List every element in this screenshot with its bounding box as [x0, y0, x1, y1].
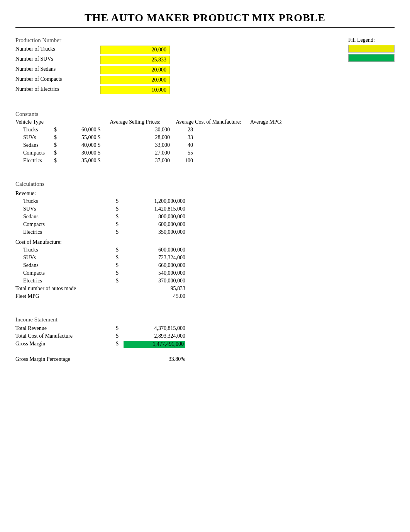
cost-label: Electrics: [15, 278, 116, 284]
production-grid: Number of Trucks20,000Number of SUVs25,8…: [15, 45, 170, 95]
cost-value: 660,000,000: [124, 262, 185, 269]
income-section: Income Statement Total Revenue $ 4,370,8…: [15, 316, 395, 363]
income-dollar: $: [116, 325, 124, 331]
cost-value: 540,000,000: [124, 270, 185, 276]
fleet-mpg-dollar: [116, 293, 124, 299]
cost-value: 723,324,000: [124, 255, 185, 261]
cost-dollar: $: [116, 278, 124, 284]
fleet-mpg-label: Fleet MPG: [15, 293, 116, 299]
legend-container: Fill Legend:: [348, 37, 395, 104]
revenue-rows: Trucks $ 1,200,000,000 SUVs $ 1,420,815,…: [15, 197, 395, 236]
rev-value: 800,000,000: [124, 214, 185, 220]
revenue-row: Electrics $ 350,000,000: [15, 228, 395, 236]
const-mpg: 55: [170, 150, 193, 156]
cost-dollar: $: [116, 255, 124, 261]
rev-label: SUVs: [15, 206, 116, 212]
rev-value: 600,000,000: [124, 221, 185, 228]
constants-row: Compacts $ 30,000 $ 27,000 55: [15, 149, 395, 157]
production-section-title: Production Number: [15, 37, 170, 44]
cost-label: Compacts: [15, 270, 116, 276]
const-price: 40,000 $: [62, 142, 100, 148]
cost-label: Trucks: [15, 247, 116, 253]
const-type: SUVs: [15, 134, 54, 141]
cost-header: Cost of Manufacture:: [15, 239, 395, 245]
cost-row: Trucks $ 600,000,000: [15, 246, 395, 254]
constants-row: Sedans $ 40,000 $ 33,000 40: [15, 141, 395, 149]
fleet-mpg-row: Fleet MPG 45.00: [15, 292, 395, 300]
rev-label: Trucks: [15, 198, 116, 204]
revenue-row: Compacts $ 600,000,000: [15, 221, 395, 228]
prod-label: Number of Electrics: [15, 85, 100, 95]
total-autos-label: Total number of autos made: [15, 286, 116, 292]
const-cost: 37,000: [131, 158, 170, 164]
legend-yellow-box: [348, 45, 395, 53]
income-label: Gross Margin: [15, 341, 116, 348]
prod-value[interactable]: 10,000: [100, 86, 170, 94]
const-cost: 33,000: [131, 142, 170, 148]
prod-value[interactable]: 25,833: [100, 56, 170, 64]
income-row: Gross Margin $ 1,477,491,000: [15, 340, 395, 348]
income-dollar: $: [116, 333, 124, 339]
const-type: Compacts: [15, 150, 54, 156]
prod-value[interactable]: 20,000: [100, 46, 170, 54]
cost-label: SUVs: [15, 255, 116, 261]
revenue-row: Sedans $ 800,000,000: [15, 213, 395, 221]
const-cost: 30,000: [131, 127, 170, 133]
const-price: 30,000 $: [62, 150, 100, 156]
col-vehicle-type: Vehicle Type: [15, 119, 100, 125]
total-autos-value: 95,833: [124, 286, 185, 292]
const-dollar: $: [54, 134, 62, 141]
cost-row: Electrics $ 370,000,000: [15, 277, 395, 285]
cost-label: Sedans: [15, 262, 116, 269]
cost-row: Sedans $ 660,000,000: [15, 262, 395, 269]
cost-row: Compacts $ 540,000,000: [15, 269, 395, 277]
page-title: THE AUTO MAKER PRODUCT MIX PROBLE: [15, 12, 395, 28]
income-row: Total Cost of Manufacture $ 2,893,324,00…: [15, 332, 395, 340]
constants-section: Constants Vehicle Type Average Selling P…: [15, 111, 395, 165]
income-label: Total Revenue: [15, 325, 116, 331]
fleet-mpg-value: 45.00: [124, 293, 185, 299]
col-avg-cost: Average Cost of Manufacture:: [170, 119, 247, 125]
calculations-section: Calculations Revenue: Trucks $ 1,200,000…: [15, 181, 395, 300]
cost-dollar: $: [116, 270, 124, 276]
revenue-row: Trucks $ 1,200,000,000: [15, 197, 395, 205]
const-price: 35,000 $: [62, 158, 100, 164]
gross-margin-pct-value: 33.80%: [124, 356, 185, 362]
prod-value[interactable]: 20,000: [100, 76, 170, 84]
rev-label: Electrics: [15, 229, 116, 235]
constants-row: SUVs $ 55,000 $ 28,000 33: [15, 134, 395, 141]
const-type: Trucks: [15, 127, 54, 133]
const-type: Electrics: [15, 158, 54, 164]
calculations-section-title: Calculations: [15, 181, 395, 187]
cost-dollar: $: [116, 262, 124, 269]
prod-label: Number of Sedans: [15, 65, 100, 75]
gross-margin-pct-dollar: [116, 356, 124, 362]
constants-row: Trucks $ 60,000 $ 30,000 28: [15, 126, 395, 134]
legend-title: Fill Legend:: [348, 37, 375, 43]
const-price: 60,000 $: [62, 127, 100, 133]
prod-label: Number of SUVs: [15, 55, 100, 65]
const-dollar: $: [54, 127, 62, 133]
cost-value: 600,000,000: [124, 247, 185, 253]
income-value: 1,477,491,000: [124, 341, 185, 348]
gross-margin-pct-label: Gross Margin Percentage: [15, 356, 116, 362]
rev-dollar: $: [116, 198, 124, 204]
const-type: Sedans: [15, 142, 54, 148]
cost-value: 370,000,000: [124, 278, 185, 284]
constants-row: Electrics $ 35,000 $ 37,000 100: [15, 157, 395, 165]
income-section-title: Income Statement: [15, 316, 395, 323]
total-autos-dollar: [116, 286, 124, 292]
const-cost: 27,000: [131, 150, 170, 156]
constants-section-title: Constants: [15, 111, 395, 117]
rev-label: Compacts: [15, 221, 116, 228]
revenue-row: SUVs $ 1,420,815,000: [15, 205, 395, 213]
const-dollar: $: [54, 158, 62, 164]
cost-dollar: $: [116, 247, 124, 253]
income-label: Total Cost of Manufacture: [15, 333, 116, 339]
rev-value: 1,200,000,000: [124, 198, 185, 204]
const-dollar: $: [54, 142, 62, 148]
const-price: 55,000 $: [62, 134, 100, 141]
prod-label: Number of Compacts: [15, 75, 100, 85]
col-avg-price: Average Selling Prices:: [100, 119, 170, 125]
prod-value[interactable]: 20,000: [100, 66, 170, 74]
